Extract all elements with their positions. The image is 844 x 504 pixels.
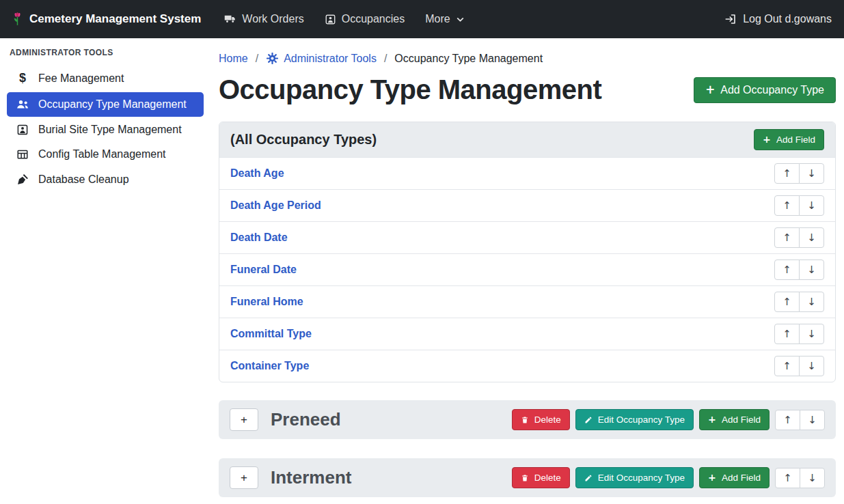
arrow-up-icon: ↑	[782, 296, 791, 308]
edit-occupancy-type-button[interactable]: Edit Occupancy Type	[575, 467, 694, 488]
sidebar-item-label: Occupancy Type Management	[38, 98, 187, 111]
field-link-container-type[interactable]: Container Type	[230, 360, 309, 372]
add-field-label: Add Field	[722, 473, 761, 483]
arrow-down-icon: ↓	[807, 167, 816, 180]
all-occupancy-types-header: (All Occupancy Types) + Add Field	[219, 122, 835, 157]
move-down-button[interactable]: ↓	[799, 227, 824, 248]
app-title: Cemetery Management System	[29, 12, 201, 26]
move-down-button[interactable]: ↓	[799, 163, 824, 184]
logout-label: Log Out d.gowans	[743, 13, 832, 25]
delete-button[interactable]: Delete	[512, 409, 570, 430]
move-down-button[interactable]: ↓	[799, 292, 824, 312]
section-title: Interment	[271, 467, 351, 488]
move-down-button[interactable]: ↓	[800, 468, 825, 488]
delete-label: Delete	[534, 415, 561, 425]
move-up-button[interactable]: ↑	[774, 163, 800, 184]
field-row: Death Age Period ↑ ↓	[219, 189, 835, 221]
delete-button[interactable]: Delete	[512, 467, 570, 488]
section-title: Preneed	[271, 409, 341, 430]
logout-button[interactable]: Log Out d.gowans	[724, 13, 832, 25]
move-down-button[interactable]: ↓	[799, 260, 824, 280]
field-row: Committal Type ↑ ↓	[219, 318, 835, 350]
breadcrumb-home-link[interactable]: Home	[219, 53, 248, 65]
app-brand[interactable]: Cemetery Management System	[12, 11, 201, 27]
add-occupancy-type-button[interactable]: + Add Occupancy Type	[694, 77, 836, 103]
move-up-button[interactable]: ↑	[774, 292, 800, 312]
move-up-button[interactable]: ↑	[774, 195, 800, 216]
plus-icon: +	[763, 135, 771, 144]
breadcrumb-current: Occupancy Type Management	[394, 53, 543, 65]
breadcrumb-admin-tools-link[interactable]: Administrator Tools	[266, 52, 377, 65]
gear-icon	[266, 52, 279, 65]
flower-logo-icon	[12, 11, 23, 27]
move-up-button[interactable]: ↑	[774, 324, 800, 344]
sidebar-item-label: Burial Site Type Management	[38, 124, 182, 136]
move-up-button[interactable]: ↑	[774, 356, 800, 376]
expand-button[interactable]: +	[230, 466, 258, 489]
arrow-down-icon: ↓	[807, 296, 816, 308]
breadcrumb-admin-tools-label: Administrator Tools	[284, 53, 377, 65]
arrow-down-icon: ↓	[807, 232, 816, 244]
move-up-button[interactable]: ↑	[774, 227, 800, 248]
plus-icon: +	[708, 473, 716, 482]
sidebar-item-burial-site-type-management[interactable]: Burial Site Type Management	[7, 118, 204, 141]
sidebar-item-database-cleanup[interactable]: Database Cleanup	[7, 167, 204, 191]
arrow-up-icon: ↑	[782, 328, 791, 340]
sidebar-item-config-table-management[interactable]: Config Table Management	[7, 143, 204, 166]
sidebar-item-fee-management[interactable]: $ Fee Management	[7, 66, 204, 91]
add-field-button[interactable]: + Add Field	[754, 129, 824, 150]
nav-occupancies-label: Occupancies	[342, 13, 405, 25]
field-row: Funeral Date ↑ ↓	[219, 253, 835, 285]
users-icon	[15, 98, 30, 111]
sidebar-item-label: Database Cleanup	[38, 173, 129, 186]
breadcrumb: Home /	[219, 52, 836, 65]
add-field-button[interactable]: + Add Field	[699, 467, 770, 488]
move-down-button[interactable]: ↓	[799, 324, 824, 344]
add-field-label: Add Field	[722, 415, 761, 425]
edit-occupancy-type-button[interactable]: Edit Occupancy Type	[575, 409, 694, 430]
move-up-button[interactable]: ↑	[775, 468, 800, 488]
plus-icon: +	[708, 415, 716, 424]
reorder-buttons: ↑ ↓	[774, 356, 824, 376]
all-occupancy-types-card: (All Occupancy Types) + Add Field Death …	[219, 122, 836, 382]
reorder-buttons: ↑ ↓	[775, 410, 825, 430]
field-link-death-age-period[interactable]: Death Age Period	[230, 199, 321, 212]
arrow-up-icon: ↑	[782, 360, 791, 372]
arrow-up-icon: ↑	[782, 264, 791, 276]
admin-sidebar: Administrator Tools $ Fee Management Occ…	[0, 38, 210, 504]
move-up-button[interactable]: ↑	[774, 260, 800, 280]
section-interment: + Interment Delete Edit Occupancy Type	[219, 458, 836, 497]
field-link-death-date[interactable]: Death Date	[230, 232, 288, 244]
nav-occupancies[interactable]: Occupancies	[325, 13, 405, 25]
trash-icon	[521, 474, 529, 482]
arrow-up-icon: ↑	[783, 472, 792, 484]
nav-more-label: More	[425, 13, 450, 25]
move-down-button[interactable]: ↓	[799, 195, 824, 216]
expand-button[interactable]: +	[230, 408, 258, 431]
chevron-down-icon	[456, 15, 465, 24]
occupant-frame-icon	[325, 14, 336, 25]
sidebar-header: Administrator Tools	[0, 45, 210, 64]
broom-icon	[15, 173, 30, 186]
arrow-down-icon: ↓	[808, 472, 817, 484]
arrow-down-icon: ↓	[807, 199, 816, 212]
field-link-funeral-home[interactable]: Funeral Home	[230, 296, 303, 308]
nav-work-orders-label: Work Orders	[242, 13, 303, 25]
field-link-committal-type[interactable]: Committal Type	[230, 328, 312, 340]
arrow-up-icon: ↑	[782, 199, 791, 212]
move-up-button[interactable]: ↑	[775, 410, 800, 430]
truck-icon	[224, 13, 236, 25]
move-down-button[interactable]: ↓	[799, 356, 824, 376]
field-link-death-age[interactable]: Death Age	[230, 167, 284, 180]
page-header: Occupancy Type Management + Add Occupanc…	[219, 74, 836, 105]
add-field-button[interactable]: + Add Field	[699, 409, 770, 430]
field-link-funeral-date[interactable]: Funeral Date	[230, 264, 297, 276]
reorder-buttons: ↑ ↓	[775, 468, 825, 488]
arrow-up-icon: ↑	[782, 232, 791, 244]
sidebar-item-occupancy-type-management[interactable]: Occupancy Type Management	[7, 92, 204, 117]
nav-more[interactable]: More	[425, 13, 464, 25]
logout-icon	[724, 13, 737, 25]
move-down-button[interactable]: ↓	[800, 410, 825, 430]
nav-work-orders[interactable]: Work Orders	[224, 13, 303, 25]
arrow-down-icon: ↓	[807, 360, 816, 372]
